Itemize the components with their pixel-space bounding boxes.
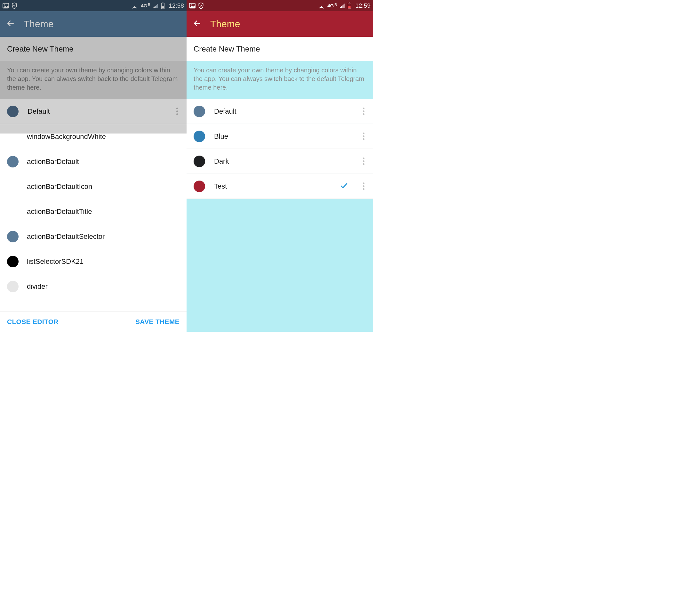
shield-icon bbox=[12, 3, 17, 9]
more-icon[interactable] bbox=[173, 107, 181, 115]
create-theme-label: Create New Theme bbox=[7, 45, 73, 53]
create-theme-button[interactable]: Create New Theme bbox=[187, 37, 373, 61]
editor-list: windowBackgroundWhite actionBarDefault a… bbox=[0, 124, 187, 332]
svg-point-7 bbox=[191, 4, 192, 5]
theme-label: Test bbox=[214, 182, 331, 190]
close-editor-button[interactable]: CLOSE EDITOR bbox=[7, 318, 58, 326]
hotspot-icon bbox=[131, 3, 138, 9]
create-theme-label: Create New Theme bbox=[193, 45, 260, 53]
signal-icon bbox=[339, 3, 345, 8]
svg-rect-5 bbox=[162, 6, 164, 8]
clock-text: 12:59 bbox=[355, 2, 371, 9]
color-dot bbox=[7, 131, 19, 143]
editor-item-label: actionBarDefaultTitle bbox=[27, 207, 92, 216]
picture-icon bbox=[3, 3, 9, 9]
svg-point-1 bbox=[4, 4, 5, 5]
theme-row-default[interactable]: Default bbox=[187, 99, 373, 124]
theme-label: Default bbox=[214, 107, 351, 116]
editor-item[interactable]: divider bbox=[0, 274, 187, 299]
editor-item[interactable]: actionBarDefaultIcon bbox=[0, 174, 187, 199]
theme-color-dot bbox=[193, 131, 205, 142]
battery-icon bbox=[161, 3, 165, 9]
editor-item[interactable]: listSelectorSDK21 bbox=[0, 249, 187, 274]
status-bar: 4GR 12:59 bbox=[187, 0, 373, 11]
editor-item-label: listSelectorSDK21 bbox=[27, 257, 84, 266]
check-icon bbox=[340, 182, 348, 191]
editor-item-label: actionBarDefaultIcon bbox=[27, 183, 92, 191]
network-label: 4GR bbox=[327, 3, 337, 8]
theme-color-dot bbox=[193, 106, 205, 117]
hotspot-icon bbox=[318, 3, 325, 9]
picture-icon bbox=[189, 3, 196, 9]
page-title: Theme bbox=[24, 19, 53, 30]
theme-label: Default bbox=[28, 107, 164, 116]
empty-area bbox=[187, 199, 373, 332]
editor-item[interactable]: actionBarDefault bbox=[0, 149, 187, 174]
screenshot-right: 4GR 12:59 Theme Create New Theme You can… bbox=[187, 0, 373, 332]
theme-row-dark[interactable]: Dark bbox=[187, 149, 373, 174]
editor-item-label: windowBackgroundWhite bbox=[27, 133, 106, 141]
editor-item[interactable]: actionBarDefaultSelector bbox=[0, 224, 187, 249]
theme-label: Blue bbox=[214, 132, 351, 140]
theme-color-dot bbox=[7, 106, 19, 117]
shield-icon bbox=[198, 3, 204, 9]
color-dot bbox=[7, 181, 19, 193]
signal-icon bbox=[153, 3, 158, 8]
app-bar: Theme bbox=[187, 11, 373, 37]
more-icon[interactable] bbox=[360, 133, 367, 140]
theme-list: Default bbox=[0, 99, 187, 124]
color-dot bbox=[7, 256, 19, 267]
theme-row-default[interactable]: Default bbox=[0, 99, 187, 124]
theme-row-blue[interactable]: Blue bbox=[187, 124, 373, 149]
editor-bottom-bar: CLOSE EDITOR SAVE THEME bbox=[0, 311, 187, 332]
screenshot-left: 4GR 12:58 Theme Create New Theme You can… bbox=[0, 0, 187, 332]
theme-label: Dark bbox=[214, 157, 351, 166]
theme-color-dot bbox=[193, 181, 205, 192]
theme-color-dot bbox=[193, 155, 205, 167]
status-bar: 4GR 12:58 bbox=[0, 0, 187, 11]
editor-item-label: divider bbox=[27, 282, 48, 291]
back-icon[interactable] bbox=[193, 19, 201, 29]
battery-icon bbox=[348, 3, 351, 9]
create-theme-button[interactable]: Create New Theme bbox=[0, 37, 187, 61]
editor-item[interactable]: actionBarDefaultTitle bbox=[0, 199, 187, 224]
theme-list: Default Blue Dark Test bbox=[187, 99, 373, 199]
color-dot bbox=[7, 206, 19, 217]
description-text: You can create your own theme by changin… bbox=[187, 61, 373, 99]
more-icon[interactable] bbox=[360, 157, 367, 165]
theme-row-test[interactable]: Test bbox=[187, 174, 373, 199]
color-dot bbox=[7, 156, 19, 167]
clock-text: 12:58 bbox=[169, 2, 184, 9]
save-theme-button[interactable]: SAVE THEME bbox=[135, 318, 180, 326]
svg-rect-11 bbox=[349, 6, 351, 8]
more-icon[interactable] bbox=[360, 107, 367, 115]
description-text: You can create your own theme by changin… bbox=[0, 61, 187, 99]
app-bar: Theme bbox=[0, 11, 187, 37]
network-label: 4GR bbox=[141, 3, 150, 8]
editor-item-label: actionBarDefault bbox=[27, 157, 79, 166]
color-dot bbox=[7, 281, 19, 292]
back-icon[interactable] bbox=[6, 19, 15, 29]
color-dot bbox=[7, 231, 19, 243]
page-title: Theme bbox=[210, 19, 240, 30]
editor-item[interactable]: windowBackgroundWhite bbox=[0, 124, 187, 149]
editor-item-label: actionBarDefaultSelector bbox=[27, 232, 105, 241]
more-icon[interactable] bbox=[360, 183, 367, 190]
